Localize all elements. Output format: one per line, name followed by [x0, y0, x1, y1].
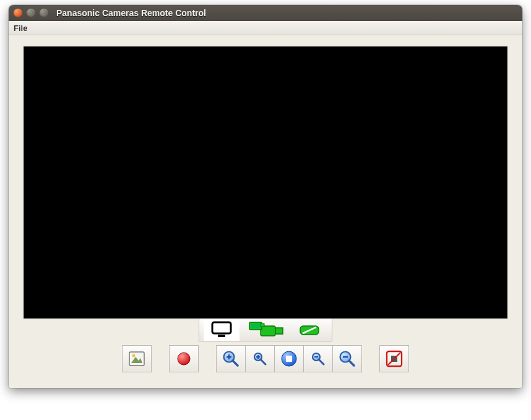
- camera-tab[interactable]: [240, 319, 291, 341]
- zoom-in-button[interactable]: [216, 345, 246, 372]
- svg-point-10: [132, 354, 136, 358]
- maximize-icon[interactable]: [40, 9, 48, 17]
- image-icon: [127, 349, 146, 368]
- svg-line-26: [319, 359, 324, 364]
- svg-point-11: [178, 353, 190, 365]
- snapshot-button[interactable]: [122, 345, 152, 372]
- zoom-reset-button[interactable]: [275, 345, 304, 372]
- svg-line-34: [388, 353, 400, 365]
- connection-tab[interactable]: [291, 319, 327, 341]
- display-tab[interactable]: [204, 319, 240, 341]
- menu-bar: File: [9, 21, 522, 35]
- zoom-out-step-button[interactable]: [304, 345, 333, 372]
- zoom-out-button[interactable]: [333, 345, 362, 372]
- toolbar: [17, 345, 514, 372]
- svg-rect-23: [286, 356, 292, 362]
- svg-rect-0: [212, 322, 231, 333]
- menu-file[interactable]: File: [14, 24, 27, 33]
- record-button[interactable]: [169, 345, 199, 372]
- zoom-reset-icon: [280, 349, 298, 368]
- minimize-icon[interactable]: [27, 9, 35, 17]
- window-titlebar: Panasonic Cameras Remote Control: [9, 5, 522, 21]
- svg-rect-1: [218, 335, 225, 337]
- zoom-in-icon: [222, 349, 240, 368]
- svg-rect-5: [261, 324, 264, 327]
- disable-button[interactable]: [379, 345, 409, 372]
- svg-rect-2: [261, 326, 275, 336]
- record-icon: [175, 349, 193, 368]
- zoom-in-step-icon: [251, 349, 269, 368]
- camcorder-icon: [247, 321, 284, 338]
- zoom-out-icon: [338, 349, 356, 368]
- svg-line-14: [233, 361, 238, 366]
- window-title: Panasonic Cameras Remote Control: [56, 8, 206, 18]
- monitor-icon: [211, 321, 232, 338]
- close-icon[interactable]: [14, 9, 22, 17]
- svg-line-19: [261, 359, 266, 364]
- video-preview: [24, 46, 507, 319]
- zoom-in-step-button[interactable]: [246, 345, 275, 372]
- svg-rect-6: [275, 328, 283, 334]
- svg-rect-4: [251, 324, 261, 328]
- disable-icon: [385, 349, 404, 368]
- mode-tabs: [199, 319, 332, 341]
- svg-line-30: [349, 361, 354, 366]
- handshake-icon: [299, 322, 320, 337]
- zoom-out-step-icon: [309, 349, 327, 368]
